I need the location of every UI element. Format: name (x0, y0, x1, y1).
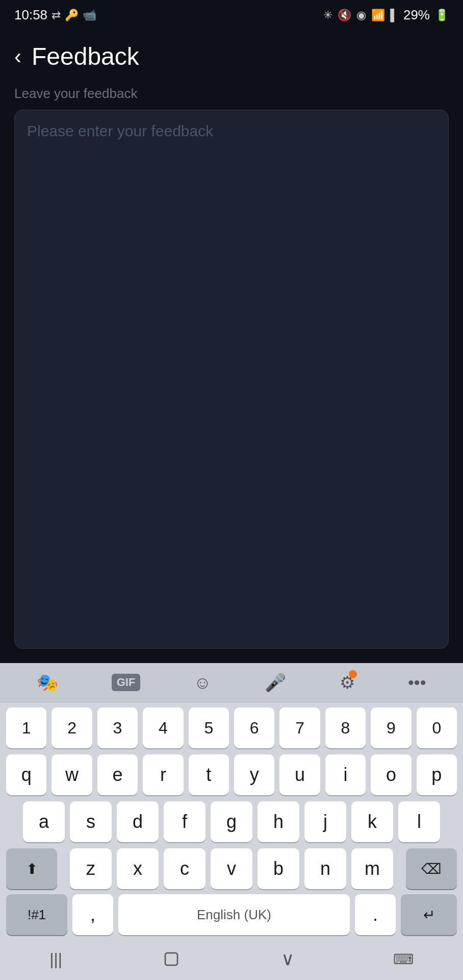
space-key[interactable]: English (UK) (118, 894, 350, 935)
video-icon: 📹 (83, 9, 96, 22)
key-k[interactable]: k (351, 801, 393, 842)
asdf-row: asdfghjkl (6, 801, 457, 842)
qwerty-row: qwertyuiop (6, 754, 457, 795)
nav-bar: ||| ∨ ⌨ (0, 941, 463, 980)
emoji-icon: ☺ (194, 673, 212, 693)
status-bar: 10:58 ⇄ 🔑 📹 ✳ 🔇 ◉ 📶 ▌ 29% 🔋 (0, 0, 463, 28)
key-j[interactable]: j (304, 801, 346, 842)
special-chars-key[interactable]: !#1 (6, 894, 67, 935)
app-header: ‹ Feedback (0, 28, 463, 81)
key-9[interactable]: 9 (371, 707, 411, 748)
battery-percent: 29% (403, 7, 430, 23)
key-t[interactable]: t (189, 754, 229, 795)
keyboard-icon: ⌨ (393, 951, 414, 968)
more-button[interactable]: ••• (408, 673, 426, 693)
settings-button[interactable]: ⚙ (340, 672, 355, 693)
key-icon: 🔑 (65, 9, 79, 22)
key-m[interactable]: m (351, 848, 393, 889)
key-x[interactable]: x (117, 848, 159, 889)
key-w[interactable]: w (52, 754, 92, 795)
delete-key[interactable]: ⌫ (406, 848, 457, 889)
key-e[interactable]: e (97, 754, 138, 795)
sticker-icon: 🎭 (37, 672, 58, 693)
more-icon: ••• (408, 673, 426, 693)
number-row: 1234567890 (6, 707, 457, 748)
key-d[interactable]: d (117, 801, 159, 842)
home-icon (161, 949, 182, 969)
key-f[interactable]: f (164, 801, 205, 842)
gif-icon: GIF (112, 674, 141, 691)
mic-button[interactable]: 🎤 (265, 672, 286, 693)
feedback-textarea[interactable] (14, 110, 449, 649)
zxcv-row: ⬆ zxcvbnm ⌫ (6, 848, 457, 889)
status-right: ✳ 🔇 ◉ 📶 ▌ 29% 🔋 (323, 7, 449, 23)
back-icon: ∨ (281, 948, 294, 970)
notification-dot (349, 670, 357, 678)
section-label: Leave your feedback (14, 86, 449, 102)
menu-nav-button[interactable]: ||| (49, 950, 62, 969)
emoji-button[interactable]: ☺ (194, 673, 212, 693)
key-o[interactable]: o (371, 754, 411, 795)
enter-key[interactable]: ↵ (401, 894, 457, 935)
key-g[interactable]: g (211, 801, 252, 842)
location-icon: ◉ (356, 9, 366, 22)
key-5[interactable]: 5 (189, 707, 229, 748)
status-time: 10:58 (14, 7, 47, 23)
bluetooth-icon: ✳ (323, 9, 332, 22)
key-n[interactable]: n (304, 848, 346, 889)
key-6[interactable]: 6 (234, 707, 274, 748)
wifi-icon: 📶 (371, 9, 385, 22)
keyboard: 🎭 GIF ☺ 🎤 ⚙ ••• 1234567890 qwertyuiop as… (0, 663, 463, 980)
mute-icon: 🔇 (338, 9, 351, 22)
key-l[interactable]: l (398, 801, 440, 842)
sync-icon: ⇄ (52, 9, 61, 22)
content-area: Leave your feedback (0, 81, 463, 663)
sticker-button[interactable]: 🎭 (37, 672, 58, 693)
home-nav-button[interactable] (161, 949, 182, 969)
key-q[interactable]: q (6, 754, 46, 795)
menu-icon: ||| (49, 950, 62, 969)
page-title: Feedback (32, 42, 139, 70)
key-rows: 1234567890 qwertyuiop asdfghjkl ⬆ zxcvbn… (0, 702, 463, 894)
key-p[interactable]: p (417, 754, 457, 795)
key-0[interactable]: 0 (417, 707, 457, 748)
keyboard-toolbar: 🎭 GIF ☺ 🎤 ⚙ ••• (0, 663, 463, 702)
period-key[interactable]: . (355, 894, 396, 935)
back-button[interactable]: ‹ (14, 46, 21, 67)
key-4[interactable]: 4 (143, 707, 183, 748)
key-r[interactable]: r (143, 754, 183, 795)
shift-key[interactable]: ⬆ (6, 848, 57, 889)
gif-button[interactable]: GIF (112, 674, 141, 691)
battery-icon: 🔋 (435, 9, 449, 22)
key-s[interactable]: s (70, 801, 112, 842)
signal-icon: ▌ (390, 9, 398, 22)
key-i[interactable]: i (325, 754, 366, 795)
key-h[interactable]: h (258, 801, 299, 842)
key-8[interactable]: 8 (325, 707, 366, 748)
key-7[interactable]: 7 (279, 707, 320, 748)
key-u[interactable]: u (279, 754, 320, 795)
mic-icon: 🎤 (265, 672, 286, 693)
status-left: 10:58 ⇄ 🔑 📹 (14, 7, 96, 23)
key-3[interactable]: 3 (97, 707, 138, 748)
back-nav-button[interactable]: ∨ (281, 948, 294, 970)
key-z[interactable]: z (70, 848, 112, 889)
key-b[interactable]: b (258, 848, 299, 889)
key-2[interactable]: 2 (52, 707, 92, 748)
key-v[interactable]: v (211, 848, 252, 889)
key-y[interactable]: y (234, 754, 274, 795)
keyboard-nav-button[interactable]: ⌨ (393, 951, 414, 968)
bottom-row: !#1 , English (UK) . ↵ (0, 894, 463, 941)
key-1[interactable]: 1 (6, 707, 46, 748)
key-a[interactable]: a (23, 801, 65, 842)
key-c[interactable]: c (164, 848, 205, 889)
comma-key[interactable]: , (72, 894, 113, 935)
svg-rect-0 (165, 953, 177, 965)
